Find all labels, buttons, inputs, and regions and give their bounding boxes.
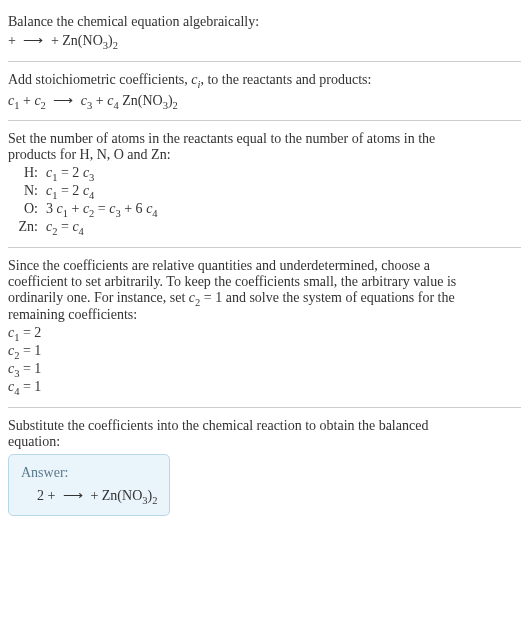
divider [8,61,521,62]
h-eq: = 2 [57,165,82,180]
choose-p2c: = 1 and solve the system of equations fo… [200,290,454,305]
cc2eq: = 1 [19,343,41,358]
compound-a: Zn(NO [119,93,163,108]
h-c3s: 3 [89,172,94,183]
ans-sub2: 2 [152,494,157,505]
atoms-intro-a: Set the number of atoms in the reactants… [8,131,521,147]
atom-label-n: N: [12,183,46,199]
cc3eq: = 1 [19,361,41,376]
unbalanced-equation: + ⟶ + Zn(NO3)2 [8,32,521,51]
answer-box: Answer: 2 + ⟶ + Zn(NO3)2 [8,454,170,517]
ans-arrow-icon: ⟶ [63,487,83,504]
ans-b: + Zn(NO [87,488,142,503]
choose-p3: remaining coefficients: [8,307,521,323]
atom-row-o: O: 3 c1 + c2 = c3 + 6 c4 [12,201,521,219]
sub-p2: equation: [8,434,521,450]
zn-c4s: 4 [79,226,84,237]
o-three: 3 [46,201,57,216]
o-eq: = [94,201,109,216]
rhs-text-a: + Zn(NO [51,33,103,48]
coeff-c3: c3 = 1 [8,361,521,379]
divider [8,120,521,121]
cc1eq: = 2 [19,325,41,340]
zn-eq: = [57,219,72,234]
o-c4s: 4 [152,208,157,219]
atom-row-n: N: c1 = 2 c4 [12,183,521,201]
o-plus2: + 6 [121,201,146,216]
coeff-list: c1 = 2 c2 = 1 c3 = 1 c4 = 1 [8,325,521,396]
n-eq: = 2 [57,183,82,198]
substitute-section: Substitute the coefficients into the che… [8,412,521,523]
stoich-intro: Add stoichiometric coefficients, ci, to … [8,72,521,90]
choose-section: Since the coefficients are relative quan… [8,252,521,403]
plus2: + [92,93,107,108]
cc4eq: = 1 [19,379,41,394]
reaction-arrow-icon: ⟶ [23,32,43,49]
answer-equation: 2 + ⟶ + Zn(NO3)2 [21,487,157,506]
choose-p2a: coefficient to set arbitrarily. To keep … [8,274,456,289]
atoms-section: Set the number of atoms in the reactants… [8,125,521,242]
answer-label: Answer: [21,465,157,481]
sub-p1: Substitute the coefficients into the che… [8,418,521,434]
choose-p2b-line: ordinarily one. For instance, set c2 = 1… [8,290,521,308]
stoich-text-a: Add stoichiometric coefficients, [8,72,191,87]
coeff-c4: c4 = 1 [8,379,521,397]
rhs-sub2: 2 [113,40,118,51]
atom-row-h: H: c1 = 2 c3 [12,165,521,183]
stoich-section: Add stoichiometric coefficients, ci, to … [8,66,521,117]
stoich-text-b: , to the reactants and products: [200,72,371,87]
atom-eq-h: c1 = 2 c3 [46,165,94,183]
coeff-c1: c1 = 2 [8,325,521,343]
n-c4s: 4 [89,190,94,201]
atom-label-o: O: [12,201,46,217]
c2-sub: 2 [41,99,46,110]
divider [8,407,521,408]
lhs-text: + [8,33,19,48]
atom-eq-zn: c2 = c4 [46,219,84,237]
choose-p2b: ordinarily one. For instance, set [8,290,189,305]
choose-p2: coefficient to set arbitrarily. To keep … [8,274,521,290]
atom-row-zn: Zn: c2 = c4 [12,219,521,237]
compound-sub2: 2 [173,99,178,110]
atoms-intro-b: products for H, N, O and Zn: [8,147,521,163]
balance-intro: Balance the chemical equation algebraica… [8,8,521,57]
atom-table: H: c1 = 2 c3 N: c1 = 2 c4 O: 3 c1 + c2 =… [12,165,521,236]
stoich-arrow-icon: ⟶ [53,92,73,109]
intro-text: Balance the chemical equation algebraica… [8,14,521,30]
coeff-c2: c2 = 1 [8,343,521,361]
atom-label-h: H: [12,165,46,181]
ans-a: 2 + [37,488,59,503]
atom-eq-o: 3 c1 + c2 = c3 + 6 c4 [46,201,158,219]
stoich-equation: c1 + c2 ⟶ c3 + c4 Zn(NO3)2 [8,92,521,111]
o-plus: + [68,201,83,216]
atom-eq-n: c1 = 2 c4 [46,183,94,201]
divider [8,247,521,248]
choose-p1: Since the coefficients are relative quan… [8,258,521,274]
atom-label-zn: Zn: [12,219,46,235]
plus1: + [19,93,34,108]
